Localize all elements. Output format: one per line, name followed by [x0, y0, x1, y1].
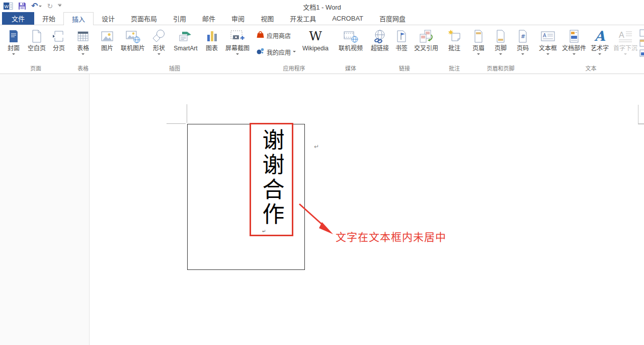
tab-references[interactable]: 引用	[165, 12, 194, 25]
quick-parts-button[interactable]: 文档部件	[560, 26, 588, 56]
group-header-footer: 页眉 页脚 # 页码	[466, 25, 535, 74]
online-video-button[interactable]: 联机视频	[336, 26, 366, 52]
group-label-comments: 批注	[442, 65, 466, 74]
my-apps-button[interactable]: 我的应用	[255, 46, 297, 58]
group-comments: 批注 批注	[442, 25, 466, 74]
cover-page-button[interactable]: 封面	[2, 26, 25, 56]
tab-page-layout[interactable]: 页面布局	[123, 12, 165, 25]
online-video-icon	[343, 28, 359, 45]
bookmark-button[interactable]: 书签	[392, 26, 411, 52]
pictures-icon	[100, 28, 115, 45]
table-icon	[75, 28, 91, 45]
tab-home[interactable]: 开始	[34, 12, 63, 25]
tab-baidu-netdisk[interactable]: 百度网盘	[371, 12, 414, 25]
page-break-icon	[51, 28, 66, 45]
margin-crop-mark	[187, 104, 187, 123]
object-icon	[639, 49, 644, 57]
screenshot-button[interactable]: 屏幕截图	[222, 26, 253, 56]
screenshot-icon	[229, 28, 246, 45]
group-label-media: 媒体	[335, 65, 367, 74]
svg-text:A: A	[619, 31, 624, 39]
scrollbar-mark[interactable]	[638, 123, 644, 124]
group-label-links: 链接	[367, 65, 442, 74]
shapes-button[interactable]: 形状	[148, 26, 170, 56]
table-dropdown-caret[interactable]	[82, 53, 85, 56]
blank-page-icon	[29, 28, 44, 45]
tab-review[interactable]: 审阅	[223, 12, 253, 25]
ribbon: 封面 空白页 分页	[0, 25, 644, 74]
group-apps: 应用商店 我的应用 W Wikipedia 应用	[254, 25, 335, 74]
wikipedia-icon: W	[309, 28, 322, 45]
my-apps-icon	[256, 47, 265, 57]
app-store-button[interactable]: 应用商店	[255, 29, 297, 42]
text-group-cut-buttons[interactable]	[639, 26, 644, 57]
drop-cap-button[interactable]: A 首字下沉	[611, 26, 639, 56]
comment-button[interactable]: 批注	[443, 26, 465, 52]
footer-dropdown-caret[interactable]	[499, 53, 502, 56]
drop-cap-dropdown-caret	[624, 53, 627, 56]
group-label-tables: 表格	[70, 65, 96, 74]
header-dropdown-caret[interactable]	[477, 53, 480, 56]
page-number-dropdown-caret[interactable]	[521, 53, 524, 56]
bookmark-icon	[394, 28, 409, 45]
group-label-apps: 应用程序	[254, 65, 335, 74]
screenshot-dropdown-caret[interactable]	[236, 53, 239, 56]
drop-cap-icon: A	[617, 28, 633, 45]
text-box-dropdown-caret[interactable]	[546, 53, 549, 56]
hyperlink-icon	[372, 28, 387, 45]
wordart-icon: A	[595, 28, 605, 45]
group-label-text: 文本	[535, 65, 644, 74]
wordart-button[interactable]: A 艺术字	[588, 26, 611, 56]
header-button[interactable]: 页眉	[467, 26, 490, 56]
cross-reference-button[interactable]: 交叉引用	[411, 26, 441, 52]
hyperlink-button[interactable]: 超链接	[368, 26, 392, 52]
paragraph-mark: ↵	[262, 229, 266, 234]
signature-line-icon	[639, 29, 644, 37]
quick-parts-dropdown-caret[interactable]	[573, 53, 576, 56]
scrollbar-mark[interactable]	[638, 105, 638, 123]
quick-parts-icon	[567, 28, 582, 45]
paragraph-mark: ↵	[314, 143, 319, 150]
page-number-icon: #	[515, 28, 530, 45]
footer-icon	[493, 28, 508, 45]
document-canvas[interactable]: 谢谢合作 ↵ ↵ 文字在文本框内未居中	[0, 74, 644, 345]
shapes-dropdown-caret[interactable]	[157, 53, 160, 56]
wikipedia-button[interactable]: W Wikipedia	[297, 26, 334, 52]
group-label-illustrations: 插图	[96, 65, 254, 74]
left-panel	[0, 74, 90, 345]
chart-icon	[204, 28, 219, 45]
text-box-button[interactable]: A 文本框	[536, 26, 560, 56]
page-break-button[interactable]: 分页	[48, 26, 69, 52]
table-button[interactable]: 表格	[71, 26, 95, 56]
online-pictures-button[interactable]: 联机图片	[118, 26, 148, 52]
window-title: 文档1 - Word	[0, 2, 644, 12]
comment-icon	[447, 28, 462, 45]
group-media: 联机视频 媒体	[335, 25, 367, 74]
chart-button[interactable]: 图表	[201, 26, 222, 52]
app-store-icon	[256, 30, 265, 41]
footer-button[interactable]: 页脚	[490, 26, 512, 56]
tab-acrobat[interactable]: ACROBAT	[324, 12, 371, 25]
svg-text:A: A	[543, 33, 546, 38]
cover-page-icon	[6, 28, 21, 45]
tab-view[interactable]: 视图	[253, 12, 282, 25]
cross-reference-icon	[418, 28, 434, 45]
cover-page-dropdown-caret[interactable]	[12, 53, 15, 56]
tab-design[interactable]: 设计	[94, 12, 123, 25]
pictures-button[interactable]: 图片	[97, 26, 118, 52]
blank-page-button[interactable]: 空白页	[25, 26, 48, 52]
group-links: 超链接 书签	[367, 25, 442, 74]
tab-mailings[interactable]: 邮件	[194, 12, 223, 25]
title-bar: W ↶ ↻	[0, 0, 644, 12]
smartart-button[interactable]: SmartArt	[170, 26, 201, 52]
text-box-content[interactable]: 谢谢合作	[261, 124, 283, 235]
text-box-icon: A	[540, 28, 556, 45]
page-number-button[interactable]: # 页码	[512, 26, 534, 56]
tab-insert[interactable]: 插入	[63, 12, 94, 25]
tab-developer[interactable]: 开发工具	[282, 12, 324, 25]
tab-file[interactable]: 文件	[2, 12, 34, 25]
vertical-text-box[interactable]: 谢谢合作 ↵	[250, 123, 293, 236]
annotation-arrow	[298, 203, 336, 237]
my-apps-dropdown-caret[interactable]	[293, 51, 296, 54]
wordart-dropdown-caret[interactable]	[598, 53, 601, 56]
